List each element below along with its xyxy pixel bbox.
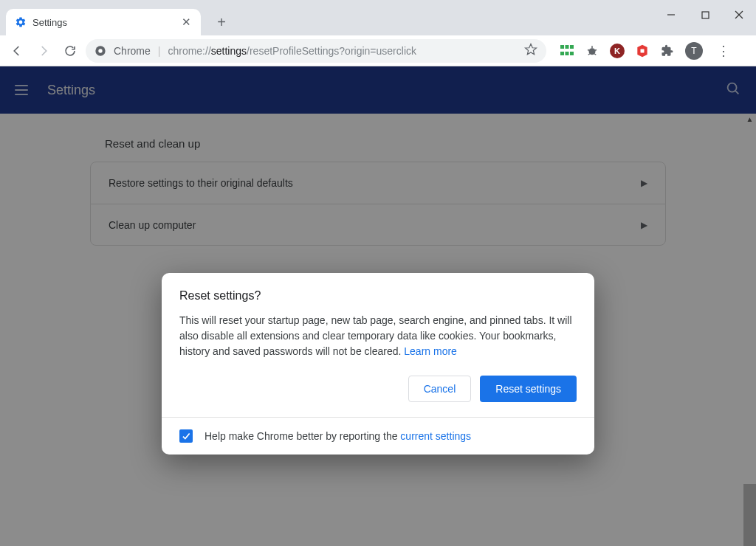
svg-line-17	[588, 53, 590, 55]
report-settings-checkbox[interactable]	[179, 429, 193, 443]
browser-toolbar: Chrome | chrome://settings/resetProfileS…	[0, 35, 756, 66]
minimize-button[interactable]	[654, 0, 688, 30]
tab-close-icon[interactable]: ✕	[180, 15, 192, 29]
window-close-button[interactable]	[722, 0, 756, 30]
profile-avatar[interactable]: T	[685, 42, 703, 60]
bookmark-star-icon[interactable]	[524, 43, 537, 58]
svg-rect-20	[641, 49, 645, 52]
omnibox-separator: |	[158, 45, 161, 57]
forward-button[interactable]	[32, 40, 55, 62]
dialog-footer: Help make Chrome better by reporting the…	[162, 417, 594, 455]
new-tab-button[interactable]: +	[211, 12, 232, 32]
extension-k-icon[interactable]: K	[610, 44, 625, 58]
svg-rect-7	[560, 45, 564, 49]
omnibox-prefix: Chrome	[114, 45, 151, 57]
svg-rect-10	[560, 52, 564, 55]
page-content: Settings Reset and clean up Restore sett…	[0, 66, 756, 546]
extension-shield-icon[interactable]	[635, 44, 650, 58]
dialog-actions: Cancel Reset settings	[179, 376, 577, 402]
svg-line-18	[594, 53, 596, 55]
chrome-icon	[94, 45, 106, 57]
dialog-footer-text: Help make Chrome better by reporting the…	[205, 430, 471, 442]
cancel-button[interactable]: Cancel	[408, 376, 472, 402]
extensions-puzzle-icon[interactable]	[660, 44, 675, 58]
omnibox-url: chrome://settings/resetProfileSettings?o…	[168, 45, 416, 57]
back-button[interactable]	[6, 40, 28, 62]
dialog-title: Reset settings?	[179, 289, 577, 303]
svg-point-5	[98, 49, 102, 52]
reset-settings-dialog: Reset settings? This will reset your sta…	[162, 273, 594, 455]
svg-line-16	[595, 49, 597, 50]
extension-bug-icon[interactable]	[585, 44, 599, 58]
tab-title: Settings	[32, 17, 180, 28]
reset-settings-button[interactable]: Reset settings	[480, 376, 577, 402]
browser-tab[interactable]: Settings ✕	[6, 9, 201, 35]
svg-rect-12	[570, 52, 574, 55]
dialog-body-text: This will reset your startup page, new t…	[179, 313, 577, 359]
learn-more-link[interactable]: Learn more	[404, 345, 457, 357]
extension-icons: K T ⋮	[560, 41, 734, 61]
settings-gear-icon	[15, 16, 27, 28]
address-bar[interactable]: Chrome | chrome://settings/resetProfileS…	[86, 39, 546, 63]
svg-marker-6	[526, 44, 537, 55]
window-controls	[654, 0, 756, 30]
svg-rect-8	[566, 45, 569, 49]
reload-button[interactable]	[59, 40, 81, 62]
browser-menu-icon[interactable]: ⋮	[713, 41, 734, 61]
svg-rect-11	[566, 52, 569, 55]
current-settings-link[interactable]: current settings	[400, 430, 471, 442]
tab-strip: Settings ✕ +	[0, 0, 756, 35]
svg-rect-1	[702, 12, 709, 18]
svg-rect-9	[570, 45, 574, 49]
extension-grid-icon[interactable]	[560, 44, 574, 58]
maximize-button[interactable]	[688, 0, 722, 30]
svg-line-15	[588, 49, 589, 50]
